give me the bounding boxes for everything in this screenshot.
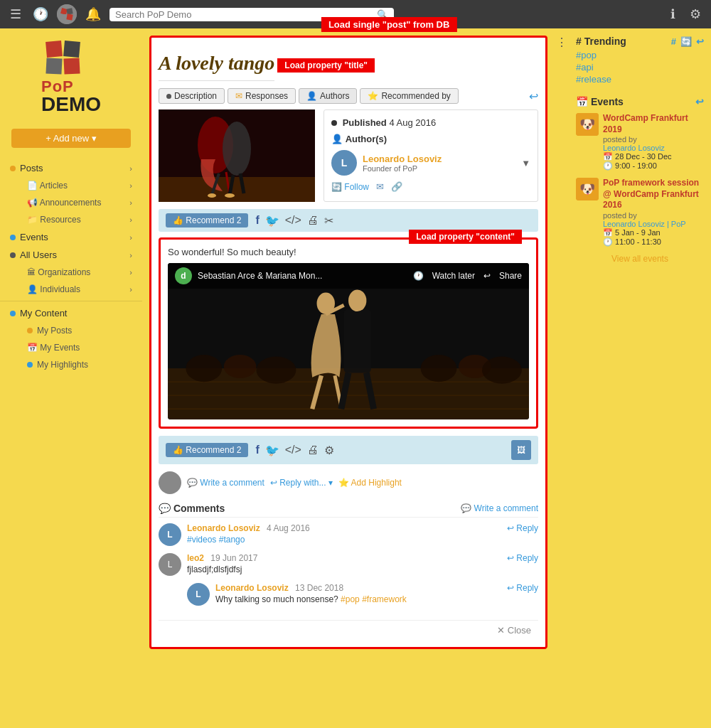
trending-header: # Trending # 🔄 ↩	[576, 36, 704, 47]
svg-rect-6	[46, 58, 62, 74]
event-2-author-link[interactable]: Leonardo Losoviz	[603, 220, 665, 228]
view-all-events-link[interactable]: View all events	[576, 254, 704, 264]
commenter-avatar	[159, 471, 181, 494]
print-icon-b[interactable]: 🖨	[307, 444, 319, 456]
comment-2-body: leo2 19 Jun 2017 ↩ Reply fjlasdjf;dlsfjd…	[187, 553, 538, 576]
sidebar-item-all-users[interactable]: All Users ›	[0, 246, 142, 264]
trending-tag-api[interactable]: #api	[576, 62, 704, 73]
share-icon[interactable]: ↩	[529, 90, 538, 103]
chevron-icon: ›	[129, 251, 132, 259]
info-icon[interactable]: ℹ	[668, 4, 678, 25]
bottom-bar-right: 🖼	[511, 440, 531, 460]
sidebar-item-organizations[interactable]: 🏛 Organizations›	[17, 264, 142, 281]
write-comment-header-button[interactable]: 💬 Write a comment	[461, 503, 538, 513]
nested-reply-button[interactable]: ↩ Reply	[507, 583, 538, 593]
trending-section: # Trending # 🔄 ↩ #pop #api #release	[576, 36, 704, 85]
share-trending-icon[interactable]: ↩	[696, 36, 704, 47]
sidebar-item-events[interactable]: Events ›	[0, 228, 142, 246]
comment-2-date: 19 Jun 2017	[210, 553, 257, 563]
sidebar-item-individuals[interactable]: 👤 Individuals›	[17, 281, 142, 298]
event-1-time: 🕐 9:00 - 19:00	[603, 161, 704, 171]
event-2-avatar: 🐶	[576, 178, 599, 200]
link-icon[interactable]: 🔗	[391, 181, 402, 192]
svg-text:🐶: 🐶	[579, 117, 596, 132]
bell-icon[interactable]: 🔔	[82, 4, 104, 25]
tab-responses[interactable]: ✉ Responses	[228, 88, 296, 104]
reply-with-button[interactable]: ↩ Reply with... ▾	[270, 478, 333, 488]
expand-author-icon[interactable]: ▼	[521, 158, 530, 168]
sidebar-item-posts[interactable]: Posts ›	[0, 159, 142, 177]
add-new-button[interactable]: + Add new ▾	[11, 129, 131, 148]
event-1-author[interactable]: Leonardo Losoviz	[603, 144, 704, 152]
chevron-icon: ›	[129, 164, 132, 173]
refresh-icon[interactable]: 🔄	[680, 36, 692, 47]
recommend-button-top[interactable]: 👍 Recommend 2	[166, 213, 248, 228]
event-1-avatar: 🐶	[576, 113, 599, 136]
user-avatar[interactable]	[57, 4, 77, 24]
sidebar-item-announcements[interactable]: 📢 Announcements›	[17, 194, 142, 211]
comment-2-user[interactable]: leo2	[187, 553, 204, 563]
comment-2-text: fjlasdjf;dlsfjdfsj	[187, 564, 538, 574]
recommend-button-bottom[interactable]: 👍 Recommend 2	[166, 443, 248, 457]
video-title-bar: d Sebastian Arce & Mariana Mon... 🕐 Watc…	[168, 263, 529, 289]
history-icon[interactable]: 🕐	[30, 4, 51, 25]
settings-icon-b[interactable]: ⚙	[324, 444, 334, 457]
chevron-icon: ›	[129, 285, 132, 294]
sidebar-item-resources[interactable]: 📁 Resources›	[17, 211, 142, 228]
sidebar-item-my-highlights[interactable]: My Highlights	[17, 356, 142, 373]
twitter-icon[interactable]: 🐦	[265, 214, 279, 228]
facebook-icon-b[interactable]: f	[255, 444, 259, 456]
post-thumbnail-small: 🖼	[511, 440, 531, 460]
tab-description[interactable]: Description	[159, 88, 225, 104]
menu-icon[interactable]: ☰	[7, 4, 24, 25]
trending-tag-pop[interactable]: #pop	[576, 50, 704, 60]
watch-later-icon[interactable]: 🕐	[413, 271, 424, 281]
comment-1-user[interactable]: Leonardo Losoviz	[187, 523, 260, 533]
trending-tag-release[interactable]: #release	[576, 74, 704, 85]
print-icon[interactable]: 🖨	[307, 214, 319, 227]
video-title: Sebastian Arce & Mariana Mon...	[198, 271, 322, 281]
gear-icon[interactable]: ⚙	[687, 4, 704, 25]
event-1-name[interactable]: WordCamp Frankfurt 2019	[603, 113, 704, 135]
share-label: Share	[499, 271, 522, 281]
author-follow-row: 🔄 Follow ✉ 🔗	[331, 181, 530, 192]
tab-authors[interactable]: 👤 Authors	[299, 88, 357, 104]
event-2-name[interactable]: PoP framework session @ WordCamp Frankfu…	[603, 178, 704, 211]
svg-point-25	[256, 357, 296, 384]
post-meta-box: Published 4 Aug 2016 👤 Author(s) L Leona	[324, 109, 538, 202]
more-icon[interactable]: ⋮	[556, 36, 567, 49]
video-embed[interactable]: d Sebastian Arce & Mariana Mon... 🕐 Watc…	[168, 263, 529, 419]
share-events-icon[interactable]: ↩	[695, 96, 704, 107]
add-highlight-button[interactable]: ⭐ Add Highlight	[338, 478, 402, 488]
nested-reply-text: Why talking so much nonsense? #pop #fram…	[215, 594, 538, 604]
sidebar-item-my-posts[interactable]: My Posts	[17, 322, 142, 339]
bottom-bar: 👍 Recommend 2 f 🐦 </> 🖨 ⚙ 🖼	[159, 436, 538, 464]
close-button[interactable]: ✕ Close	[159, 620, 538, 640]
event-2-logo: 🐶	[576, 178, 599, 200]
sidebar: PoP DEMO + Add new ▾ Posts › 📄 Articles›…	[0, 28, 142, 728]
code-icon[interactable]: </>	[285, 214, 301, 227]
svg-point-17	[225, 193, 235, 198]
sidebar-item-articles[interactable]: 📄 Articles›	[17, 177, 142, 194]
author-actions: ▼	[521, 158, 530, 168]
response-icon: ✉	[235, 91, 242, 101]
comment-1-reply-button[interactable]: ↩ Reply	[507, 523, 538, 533]
follow-button[interactable]: 🔄 Follow	[331, 182, 369, 192]
write-comment-button[interactable]: 💬 Write a comment	[187, 478, 264, 488]
twitter-icon-b[interactable]: 🐦	[265, 444, 279, 457]
share-btn[interactable]: ↩	[483, 271, 491, 281]
event-2-author2-link[interactable]: PoP	[671, 220, 686, 228]
comment-2-avatar: L	[159, 553, 181, 576]
chevron-icon: ›	[129, 268, 132, 277]
tab-recommended[interactable]: ⭐ Recommended by	[360, 88, 458, 104]
sidebar-item-my-events[interactable]: 📅 My Events	[17, 339, 142, 356]
facebook-icon[interactable]: f	[255, 214, 259, 227]
hash-icon[interactable]: #	[671, 36, 676, 47]
comment-2-reply-button[interactable]: ↩ Reply	[507, 553, 538, 563]
comments-title: 💬 Comments	[159, 503, 225, 514]
code-icon-b[interactable]: </>	[285, 444, 301, 456]
scissors-icon[interactable]: ✂	[324, 214, 333, 228]
nested-reply-user[interactable]: Leonardo Losoviz	[215, 583, 289, 593]
message-icon[interactable]: ✉	[376, 181, 384, 192]
author-name[interactable]: Leonardo Losoviz	[363, 154, 442, 164]
